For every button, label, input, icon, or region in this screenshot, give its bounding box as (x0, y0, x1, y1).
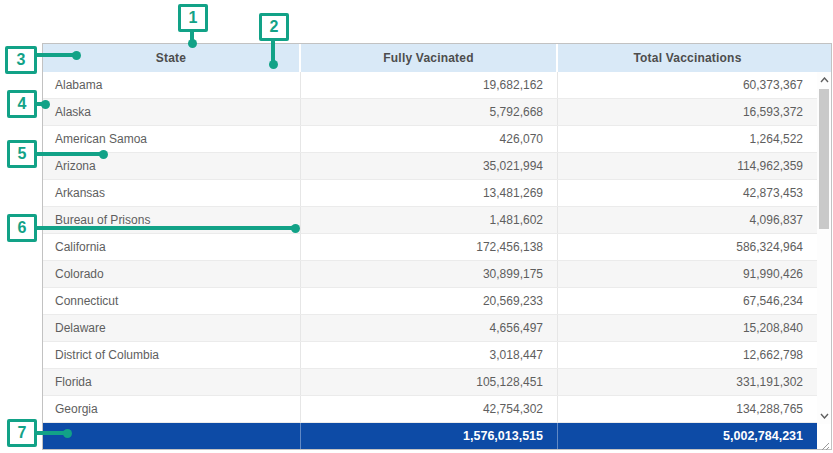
cell-fully-vaccinated: 172,456,138 (301, 234, 558, 260)
annotation-callout-3: 3 (5, 46, 37, 74)
callout-number: 5 (18, 145, 27, 163)
callout-number: 3 (17, 51, 26, 69)
cell-total-vaccinations: 586,324,964 (558, 234, 817, 260)
callout-2-stem (271, 40, 275, 62)
callout-number: 1 (189, 9, 198, 27)
cell-fully-vaccinated: 5,792,668 (301, 99, 558, 125)
annotation-callout-6: 6 (7, 214, 37, 242)
callout-number: 6 (18, 219, 27, 237)
cell-fully-vaccinated: 1,481,602 (301, 207, 558, 233)
cell-fully-vaccinated: 42,754,302 (301, 396, 558, 422)
cell-state: Colorado (43, 261, 301, 287)
table-row-colorado[interactable]: Colorado 30,899,175 91,990,426 (43, 261, 831, 288)
scrollbar-thumb[interactable] (819, 89, 829, 229)
callout-4-dot (41, 100, 50, 109)
cell-total-vaccinations: 134,288,765 (558, 396, 817, 422)
cell-total-vaccinations: 114,962,359 (558, 153, 817, 179)
annotation-callout-1: 1 (178, 4, 208, 32)
cell-state: American Samoa (43, 126, 301, 152)
table-row-arkansas[interactable]: Arkansas 13,481,269 42,873,453 (43, 180, 831, 207)
cell-state: Georgia (43, 396, 301, 422)
summary-total-row: 1,576,013,515 5,002,784,231 (43, 423, 817, 449)
callout-3-dot (72, 51, 81, 60)
cell-total-vaccinations: 91,990,426 (558, 261, 817, 287)
scroll-down-icon[interactable] (817, 409, 831, 423)
cell-state: District of Columbia (43, 342, 301, 368)
vaccination-table: State Fully Vacinated Total Vaccinations… (42, 43, 832, 450)
cell-state: Alaska (43, 99, 301, 125)
cell-state: Delaware (43, 315, 301, 341)
cell-total-vaccinations: 15,208,840 (558, 315, 817, 341)
cell-total-vaccinations: 60,373,367 (558, 72, 817, 98)
callout-2-dot (269, 60, 278, 69)
annotation-callout-7: 7 (7, 419, 37, 447)
cell-total-vaccinations: 12,662,798 (558, 342, 817, 368)
annotation-callout-2: 2 (259, 13, 289, 41)
table-row-florida[interactable]: Florida 105,128,451 331,191,302 (43, 369, 831, 396)
callout-7-stem (35, 431, 65, 435)
cell-fully-vaccinated: 3,018,447 (301, 342, 558, 368)
callout-6-stem (35, 226, 293, 230)
callout-number: 2 (270, 18, 279, 36)
cell-state: California (43, 234, 301, 260)
callout-number: 7 (18, 424, 27, 442)
table-row-connecticut[interactable]: Connecticut 20,569,233 67,546,234 (43, 288, 831, 315)
cell-total-vaccinations: 4,096,837 (558, 207, 817, 233)
cell-state: Arkansas (43, 180, 301, 206)
callout-number: 4 (18, 95, 27, 113)
callout-1-dot (188, 39, 197, 48)
scroll-up-icon[interactable] (817, 73, 831, 87)
table-body: Alabama 19,682,162 60,373,367 Alaska 5,7… (43, 72, 831, 423)
callout-5-stem (35, 152, 101, 156)
annotation-callout-4: 4 (7, 90, 37, 118)
cell-fully-vaccinated: 20,569,233 (301, 288, 558, 314)
callout-5-dot (99, 150, 108, 159)
table-header-row: State Fully Vacinated Total Vaccinations (43, 44, 831, 72)
header-scrollbar-gutter (817, 44, 831, 72)
cell-total-vaccinations: 1,264,522 (558, 126, 817, 152)
table-row-delaware[interactable]: Delaware 4,656,497 15,208,840 (43, 315, 831, 342)
column-header-fully-vaccinated[interactable]: Fully Vacinated (301, 44, 558, 72)
table-row-georgia[interactable]: Georgia 42,754,302 134,288,765 (43, 396, 831, 423)
cell-fully-vaccinated: 4,656,497 (301, 315, 558, 341)
vertical-scrollbar[interactable] (817, 72, 831, 424)
table-row-alabama[interactable]: Alabama 19,682,162 60,373,367 (43, 72, 831, 99)
cell-fully-vaccinated: 13,481,269 (301, 180, 558, 206)
screenshot-root: { "table": { "columns": [ { "label": "St… (0, 0, 833, 453)
table-row-arizona[interactable]: Arizona 35,021,994 114,962,359 (43, 153, 831, 180)
cell-total-vaccinations: 16,593,372 (558, 99, 817, 125)
cell-state: Alabama (43, 72, 301, 98)
cell-fully-vaccinated: 35,021,994 (301, 153, 558, 179)
resize-grip-icon[interactable] (819, 437, 830, 448)
cell-state: Connecticut (43, 288, 301, 314)
table-row-american-samoa[interactable]: American Samoa 426,070 1,264,522 (43, 126, 831, 153)
table-row-california[interactable]: California 172,456,138 586,324,964 (43, 234, 831, 261)
table-row-alaska[interactable]: Alaska 5,792,668 16,593,372 (43, 99, 831, 126)
total-total-vaccinations: 5,002,784,231 (558, 423, 817, 449)
cell-total-vaccinations: 331,191,302 (558, 369, 817, 395)
cell-fully-vaccinated: 19,682,162 (301, 72, 558, 98)
callout-7-dot (63, 429, 72, 438)
cell-fully-vaccinated: 105,128,451 (301, 369, 558, 395)
cell-state: Arizona (43, 153, 301, 179)
column-header-state[interactable]: State (43, 44, 301, 72)
cell-state: Florida (43, 369, 301, 395)
total-empty-state-cell (43, 423, 301, 449)
callout-6-dot (291, 224, 300, 233)
cell-fully-vaccinated: 426,070 (301, 126, 558, 152)
column-header-total-vaccinations[interactable]: Total Vaccinations (558, 44, 817, 72)
annotation-callout-5: 5 (7, 140, 37, 168)
total-fully-vaccinated: 1,576,013,515 (301, 423, 558, 449)
table-row-district-of-columbia[interactable]: District of Columbia 3,018,447 12,662,79… (43, 342, 831, 369)
cell-total-vaccinations: 67,546,234 (558, 288, 817, 314)
callout-3-stem (34, 53, 74, 57)
cell-fully-vaccinated: 30,899,175 (301, 261, 558, 287)
cell-total-vaccinations: 42,873,453 (558, 180, 817, 206)
